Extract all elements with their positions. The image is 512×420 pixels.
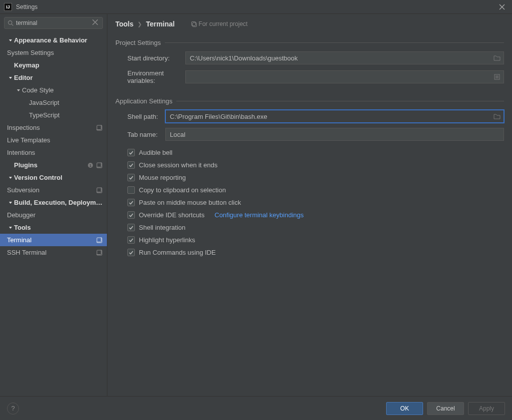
env-variables-input[interactable] <box>185 70 504 83</box>
tree-label: Code Style <box>22 86 103 94</box>
tree-version-control[interactable]: Version Control <box>0 171 107 184</box>
section-project-settings: Project Settings <box>115 39 504 46</box>
check-override-ide[interactable]: Override IDE shortcuts Configure termina… <box>115 211 504 219</box>
content-panel: Tools ❯ Terminal For current project Pro… <box>107 14 512 396</box>
checkbox[interactable] <box>127 186 135 194</box>
check-close-session[interactable]: Close session when it ends <box>115 161 504 169</box>
start-directory-label: Start directory: <box>115 54 185 62</box>
tree-label: SSH Terminal <box>7 249 94 256</box>
cancel-button[interactable]: Cancel <box>427 402 464 415</box>
check-run-commands-ide[interactable]: Run Commands using IDE <box>115 249 504 256</box>
browse-folder-icon[interactable] <box>493 112 501 120</box>
tree-label: Appearance & Behavior <box>14 36 103 44</box>
checkbox[interactable] <box>127 161 135 169</box>
row-tab-name: Tab name: <box>115 128 504 141</box>
checkbox-label: Paste on middle mouse button click <box>139 199 241 206</box>
shell-path-input[interactable] <box>165 110 504 123</box>
tree-label: Version Control <box>14 174 103 181</box>
tree-subversion[interactable]: Subversion <box>0 184 107 196</box>
svg-rect-14 <box>192 23 196 27</box>
help-button[interactable]: ? <box>7 403 19 415</box>
ok-button[interactable]: OK <box>386 402 423 415</box>
project-scope-icon[interactable] <box>96 237 103 244</box>
tree-label: JavaScript <box>29 99 103 106</box>
check-copy-clipboard[interactable]: Copy to clipboard on selection <box>115 186 504 194</box>
breadcrumb-terminal: Terminal <box>146 20 174 28</box>
search-input[interactable] <box>16 19 91 26</box>
tree-ssh-terminal[interactable]: SSH Terminal <box>0 246 107 259</box>
check-mouse-reporting[interactable]: Mouse reporting <box>115 174 504 181</box>
tab-name-input[interactable] <box>165 128 504 141</box>
checkbox-label: Audible bell <box>139 149 172 156</box>
tree-keymap[interactable]: Keymap <box>0 59 107 71</box>
project-scope-hint: For current project <box>191 20 248 27</box>
tree-javascript[interactable]: JavaScript <box>0 96 107 109</box>
tree-plugins[interactable]: Plugins 1 <box>0 159 107 171</box>
shell-path-label: Shell path: <box>115 113 165 120</box>
project-scope-icon[interactable] <box>96 187 103 194</box>
tree-label: TypeScript <box>29 111 103 119</box>
tree-editor[interactable]: Editor <box>0 71 107 84</box>
tree-label: System Settings <box>7 49 103 56</box>
tree-label: Build, Execution, Deployment <box>14 199 103 206</box>
window-title: Settings <box>16 3 37 10</box>
breadcrumb: Tools ❯ Terminal For current project <box>115 20 504 28</box>
checkbox-label: Run Commands using IDE <box>139 249 216 256</box>
env-variables-label: Environment variables: <box>115 69 185 84</box>
tree-typescript[interactable]: TypeScript <box>0 109 107 121</box>
checkbox-label: Close session when it ends <box>139 161 218 169</box>
clear-search-icon[interactable] <box>91 19 99 27</box>
checkbox[interactable] <box>127 236 135 244</box>
row-env-variables: Environment variables: <box>115 69 504 84</box>
tree-label: Inspections <box>7 124 94 131</box>
chevron-down-icon <box>7 201 14 205</box>
close-button[interactable] <box>496 1 508 13</box>
configure-keybindings-link[interactable]: Configure terminal keybindings <box>215 211 304 219</box>
check-paste-middle[interactable]: Paste on middle mouse button click <box>115 199 504 206</box>
breadcrumb-tools[interactable]: Tools <box>115 20 133 28</box>
checkbox[interactable] <box>127 199 135 206</box>
tree-label: Terminal <box>7 236 94 244</box>
tree-system-settings[interactable]: System Settings <box>0 46 107 59</box>
row-shell-path: Shell path: <box>115 110 504 123</box>
tree-appearance-behavior[interactable]: Appearance & Behavior <box>0 34 107 46</box>
tree-terminal[interactable]: Terminal <box>0 234 107 246</box>
tree-intentions[interactable]: Intentions <box>0 146 107 159</box>
tree-build-execution[interactable]: Build, Execution, Deployment <box>0 196 107 209</box>
check-highlight-links[interactable]: Highlight hyperlinks <box>115 236 504 244</box>
tree-debugger[interactable]: Debugger <box>0 209 107 221</box>
apply-button[interactable]: Apply <box>468 402 505 415</box>
row-start-directory: Start directory: <box>115 51 504 64</box>
checkbox[interactable] <box>127 211 135 219</box>
tree-label: Keymap <box>14 61 103 69</box>
chevron-down-icon <box>7 226 14 230</box>
checkbox-label: Override IDE shortcuts <box>139 211 205 219</box>
project-scope-icon[interactable] <box>96 124 103 131</box>
tree-label: Editor <box>14 74 103 81</box>
check-shell-integration[interactable]: Shell integration <box>115 224 504 231</box>
tree-label: Plugins <box>14 161 85 169</box>
info-badge-icon[interactable]: 1 <box>87 162 94 169</box>
search-field[interactable] <box>4 17 103 29</box>
search-icon <box>7 20 14 26</box>
chevron-down-icon <box>7 76 14 80</box>
project-scope-icon[interactable] <box>96 249 103 256</box>
project-scope-icon[interactable] <box>96 162 103 169</box>
checkbox[interactable] <box>127 224 135 231</box>
checkbox[interactable] <box>127 249 135 256</box>
chevron-right-icon: ❯ <box>137 21 142 27</box>
tree-live-templates[interactable]: Live Templates <box>0 134 107 146</box>
tree-code-style[interactable]: Code Style <box>0 84 107 96</box>
check-audible-bell[interactable]: Audible bell <box>115 149 504 156</box>
tree-label: Live Templates <box>7 136 103 144</box>
checkbox-label: Shell integration <box>139 224 185 231</box>
footer: ? OK Cancel Apply <box>0 396 512 420</box>
chevron-down-icon <box>7 38 14 42</box>
checkbox[interactable] <box>127 149 135 156</box>
expand-list-icon[interactable] <box>493 73 501 81</box>
checkbox[interactable] <box>127 174 135 181</box>
tree-inspections[interactable]: Inspections <box>0 121 107 134</box>
browse-folder-icon[interactable] <box>493 54 501 62</box>
start-directory-input[interactable] <box>185 51 504 64</box>
tree-tools[interactable]: Tools <box>0 221 107 234</box>
